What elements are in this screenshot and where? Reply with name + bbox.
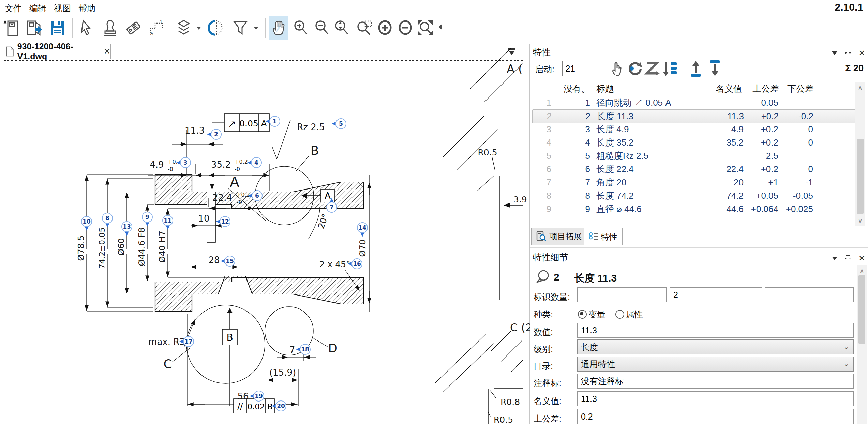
table-row[interactable]: 66长度 22.422.4+0.20	[532, 163, 855, 176]
stamp-icon[interactable]	[100, 16, 120, 40]
radio-variable[interactable]: 变量	[578, 309, 605, 320]
table-row[interactable]: 11径向跳动 ↗ 0.05 A0.05	[532, 96, 855, 109]
pan-hand-icon[interactable]	[269, 16, 288, 40]
tab-properties[interactable]: 特性	[584, 228, 623, 245]
table-header[interactable]: 没有。 标题 名义值 上公差 下公差	[532, 82, 855, 95]
main-toolbar: 1 A	[0, 15, 530, 44]
mirror-icon[interactable]	[207, 16, 226, 40]
table-scrollbar[interactable]: ∧ ∨	[855, 82, 865, 226]
table-row[interactable]: 55粗糙度Rz 2.52.5	[532, 149, 855, 163]
scroll-down-icon[interactable]: ∨	[855, 217, 865, 225]
catalog-label: 目录:	[534, 361, 553, 372]
layers-dropdown-arrow[interactable]	[196, 27, 201, 30]
balloon-glyph-icon	[535, 269, 550, 284]
scroll-up-icon[interactable]: ∧	[855, 84, 865, 91]
chevron-down-icon: ⌄	[843, 360, 849, 368]
table-row[interactable]: 99直径 ⌀ 44.644.6+0.064+0.025	[532, 202, 855, 216]
zoom-in-icon[interactable]	[291, 16, 311, 40]
pin-icon[interactable]	[845, 49, 851, 57]
layers-icon[interactable]	[174, 16, 194, 40]
table-row[interactable]: 88长度 74.274.2+0.05-0.05	[532, 189, 855, 202]
menu-bar: 文件 编辑 视图 帮助 2.10.1	[0, 0, 868, 15]
select-cursor-icon[interactable]	[76, 16, 96, 40]
upper-tol-input[interactable]	[577, 409, 854, 424]
project-expand-icon	[536, 231, 547, 242]
radio-attribute[interactable]: 属性	[615, 309, 643, 320]
panel-divider[interactable]	[529, 44, 530, 424]
document-tab-title: 930-1200-406-V1.dwg	[17, 42, 98, 61]
details-scrollbar[interactable]: ∧	[857, 265, 867, 424]
details-scroll-thumb[interactable]	[858, 275, 865, 344]
detail-balloon-number: 2	[554, 271, 559, 283]
list-reorder-icon[interactable]	[661, 60, 679, 77]
panel-menu-icon[interactable]	[832, 51, 837, 55]
detail-item-title: 长度 11.3	[574, 271, 617, 285]
note-input[interactable]	[577, 374, 854, 389]
details-panel-title: 特性细节	[533, 252, 568, 263]
scroll-up-icon[interactable]: ∧	[857, 267, 867, 275]
sum-count: Σ 20	[845, 63, 864, 74]
decrease-icon[interactable]	[395, 16, 415, 40]
zoom-out-icon[interactable]	[312, 16, 332, 40]
col-upper: 上公差	[747, 83, 782, 95]
details-panel-controls: ✕	[832, 254, 865, 263]
tab-project-expand[interactable]: 项目拓展	[531, 228, 587, 245]
collapse-all-icon[interactable]	[506, 47, 518, 57]
id-qty-input-3[interactable]	[765, 287, 854, 302]
move-top-icon[interactable]	[687, 60, 705, 77]
table-scroll-thumb[interactable]	[857, 139, 864, 214]
col-title: 标题	[593, 83, 706, 95]
table-row-selected[interactable]: 22长度 11.311.3+0.2-0.2	[532, 109, 855, 123]
panel-close-icon[interactable]: ✕	[858, 254, 865, 263]
save-icon[interactable]	[48, 16, 68, 40]
menu-help[interactable]: 帮助	[78, 3, 95, 14]
upper-tol-label: 上公差:	[534, 413, 562, 424]
tabstrip-line	[111, 59, 528, 59]
open-import-icon[interactable]	[25, 16, 44, 40]
start-input[interactable]	[562, 61, 596, 76]
zoom-fit-icon[interactable]	[415, 16, 435, 40]
region-select-icon[interactable]: 1 A	[147, 16, 166, 40]
id-qty-label: 标识数量:	[534, 291, 570, 303]
pin-icon[interactable]	[845, 255, 851, 262]
filter-icon[interactable]	[230, 16, 250, 40]
filter-dropdown-arrow[interactable]	[254, 27, 258, 30]
menu-view[interactable]: 视图	[54, 3, 71, 14]
rotate-refresh-icon[interactable]	[626, 60, 643, 77]
nominal-input[interactable]	[577, 391, 854, 406]
table-row[interactable]: 33长度 4.94.9+0.20	[532, 123, 855, 136]
toolbar-collapse-arrow-icon[interactable]	[438, 24, 442, 30]
catalog-dropdown[interactable]: 通用特性⌄	[577, 357, 854, 372]
pick-hand-icon[interactable]	[608, 60, 626, 77]
zigzag-order-icon[interactable]	[643, 60, 661, 77]
new-document-icon[interactable]	[2, 16, 22, 40]
move-bottom-icon[interactable]	[706, 60, 724, 77]
menu-edit[interactable]: 编辑	[29, 3, 46, 14]
class-dropdown[interactable]: 长度⌄	[577, 339, 854, 354]
app-version: 2.10.1	[835, 1, 863, 13]
table-row[interactable]: 77角度 2020+1-1	[532, 176, 855, 189]
zoom-dynamic-icon[interactable]	[332, 16, 352, 40]
drawing-canvas[interactable]	[3, 60, 524, 424]
id-qty-input-2[interactable]	[670, 287, 762, 302]
tab-close-icon[interactable]: ✕	[104, 47, 110, 56]
id-qty-input-1[interactable]	[577, 287, 667, 302]
panel-menu-icon[interactable]	[832, 257, 837, 260]
chevron-down-icon: ⌄	[843, 343, 849, 351]
properties-table: 没有。 标题 名义值 上公差 下公差 11径向跳动 ↗ 0.05 A0.05 2…	[532, 82, 866, 226]
tab-project-expand-label: 项目拓展	[549, 231, 582, 242]
svg-text:A: A	[150, 31, 153, 36]
tag-icon[interactable]	[123, 16, 143, 40]
menu-file[interactable]: 文件	[5, 3, 22, 14]
toolbar-separator	[72, 18, 73, 38]
zoom-window-icon[interactable]	[355, 16, 374, 40]
tab-properties-label: 特性	[601, 231, 617, 242]
col-lower: 下公差	[782, 83, 817, 95]
table-row[interactable]: 44长度 35.235.2+0.20	[532, 136, 855, 149]
col-nominal: 名义值	[706, 83, 747, 95]
note-label: 注释标:	[534, 378, 562, 389]
increase-icon[interactable]	[375, 16, 395, 40]
properties-toolbox: 启动: Σ 20 没有。 标题 名义值 上公差 下公差 11径向跳动 ↗ 0.0…	[532, 57, 867, 226]
document-tab[interactable]: 930-1200-406-V1.dwg ✕	[3, 44, 111, 59]
value-input[interactable]	[577, 323, 854, 338]
